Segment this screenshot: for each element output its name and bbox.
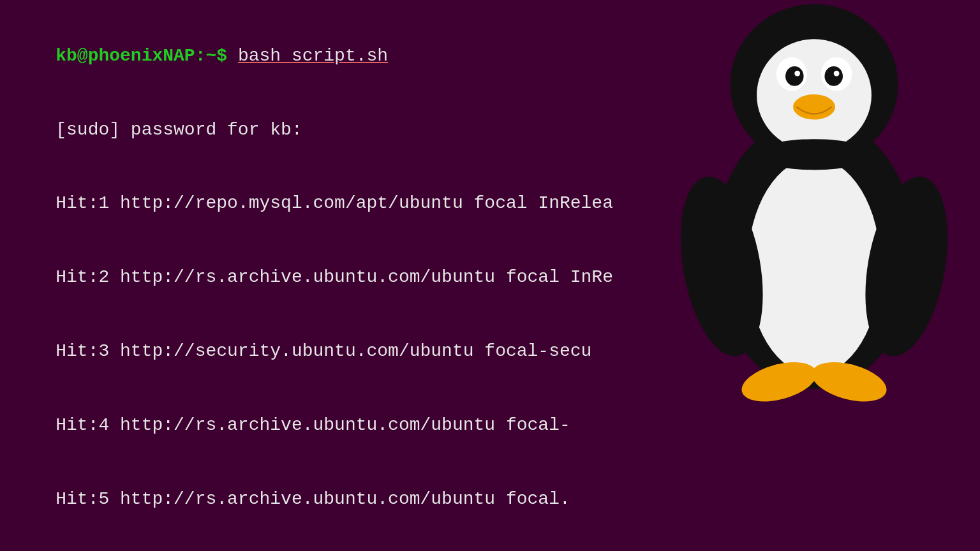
prompt: kb@phoenixNAP:~$ bbox=[56, 46, 227, 66]
svg-point-11 bbox=[793, 94, 835, 119]
svg-point-9 bbox=[824, 66, 843, 86]
terminal-line-hit5: Hit:5 http://rs.archive.ubuntu.com/ubunt… bbox=[13, 462, 967, 536]
svg-point-7 bbox=[794, 71, 800, 77]
svg-point-20 bbox=[755, 139, 873, 170]
svg-point-10 bbox=[834, 71, 840, 77]
terminal-line-reading1: Reading package lists... Done bbox=[13, 536, 967, 551]
command-text: bash script.sh bbox=[238, 46, 388, 66]
svg-rect-19 bbox=[838, 364, 858, 392]
svg-rect-18 bbox=[771, 364, 791, 392]
svg-point-2 bbox=[748, 158, 880, 375]
tux-penguin bbox=[674, 0, 954, 427]
svg-point-6 bbox=[785, 66, 804, 86]
